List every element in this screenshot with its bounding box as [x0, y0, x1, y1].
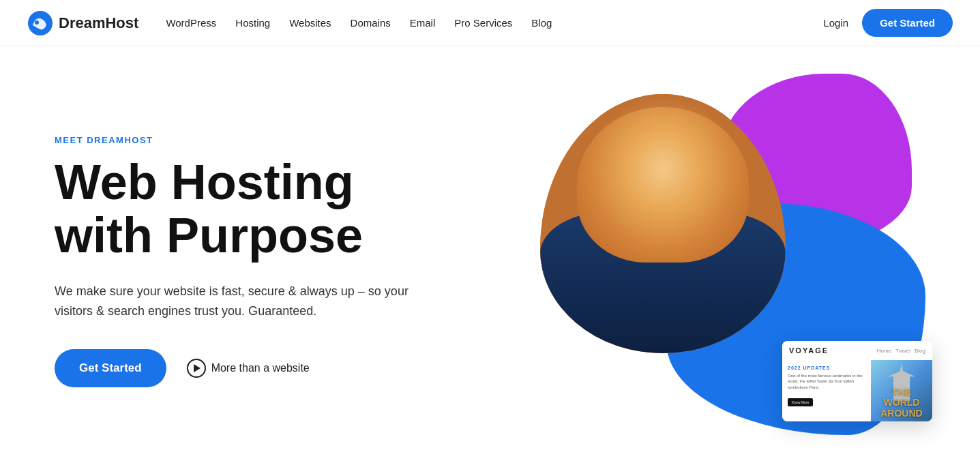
hero-cta-row: Get Started More than a website	[55, 349, 533, 387]
card-nav-home: Home	[877, 348, 891, 354]
card-know-more-btn[interactable]: Know More	[788, 398, 813, 406]
more-than-website-link[interactable]: More than a website	[187, 359, 310, 378]
card-image-area: 2022 UPDATES One of the most famous land…	[782, 360, 932, 421]
card-left-content: 2022 UPDATES One of the most famous land…	[782, 360, 871, 421]
card-nav-items: Home Travel Blog	[877, 348, 925, 354]
website-preview-card: VOYAGE Home Travel Blog 2022 UPDATES One…	[782, 341, 932, 421]
card-updates-label: 2022 UPDATES	[788, 365, 865, 370]
hero-person-photo	[540, 94, 786, 353]
card-body-text: One of the most famous landmarks in the …	[788, 373, 865, 390]
nav-item-blog[interactable]: Blog	[531, 17, 552, 29]
hero-title-line2: with Purpose	[55, 208, 363, 263]
card-header: VOYAGE Home Travel Blog	[782, 341, 932, 360]
card-brand: VOYAGE	[789, 346, 829, 355]
get-started-nav-button[interactable]: Get Started	[862, 9, 953, 37]
login-button[interactable]: Login	[823, 17, 848, 29]
nav-item-domains[interactable]: Domains	[351, 17, 391, 29]
card-big-text: THE WORLD AROUND	[871, 387, 932, 421]
logo-text: DreamHost	[59, 14, 138, 32]
card-eiffel-image: THE WORLD AROUND	[871, 360, 932, 421]
card-big-text-line2: AROUND	[880, 408, 922, 419]
logo-link[interactable]: DreamHost	[27, 10, 138, 36]
nav-right-actions: Login Get Started	[823, 9, 953, 37]
card-big-text-line1: THE WORLD	[884, 387, 920, 408]
card-nav-blog: Blog	[915, 348, 925, 354]
more-than-website-label: More than a website	[211, 362, 310, 374]
meet-dreamhost-label: MEET DREAMHOST	[55, 135, 533, 145]
nav-links-list: WordPress Hosting Websites Domains Email…	[166, 17, 823, 29]
hero-title: Web Hosting with Purpose	[55, 156, 533, 263]
svg-point-1	[35, 20, 39, 25]
main-nav: DreamHost WordPress Hosting Websites Dom…	[0, 0, 980, 46]
card-nav-travel: Travel	[895, 348, 910, 354]
nav-item-hosting[interactable]: Hosting	[235, 17, 270, 29]
nav-item-email[interactable]: Email	[410, 17, 436, 29]
hero-title-line1: Web Hosting	[55, 155, 354, 209]
hero-subtitle: We make sure your website is fast, secur…	[55, 282, 409, 322]
play-circle-icon	[187, 359, 206, 378]
hero-section: MEET DREAMHOST Web Hosting with Purpose …	[0, 46, 980, 463]
nav-item-wordpress[interactable]: WordPress	[166, 17, 216, 29]
hero-left-content: MEET DREAMHOST Web Hosting with Purpose …	[55, 135, 533, 387]
nav-item-pro-services[interactable]: Pro Services	[454, 17, 512, 29]
dreamhost-logo-icon	[27, 10, 53, 36]
nav-item-websites[interactable]: Websites	[289, 17, 331, 29]
person-image-sim	[540, 94, 786, 353]
play-triangle-icon	[194, 364, 201, 372]
get-started-hero-button[interactable]: Get Started	[55, 349, 166, 387]
hero-right-visual: VOYAGE Home Travel Blog 2022 UPDATES One…	[533, 74, 925, 449]
